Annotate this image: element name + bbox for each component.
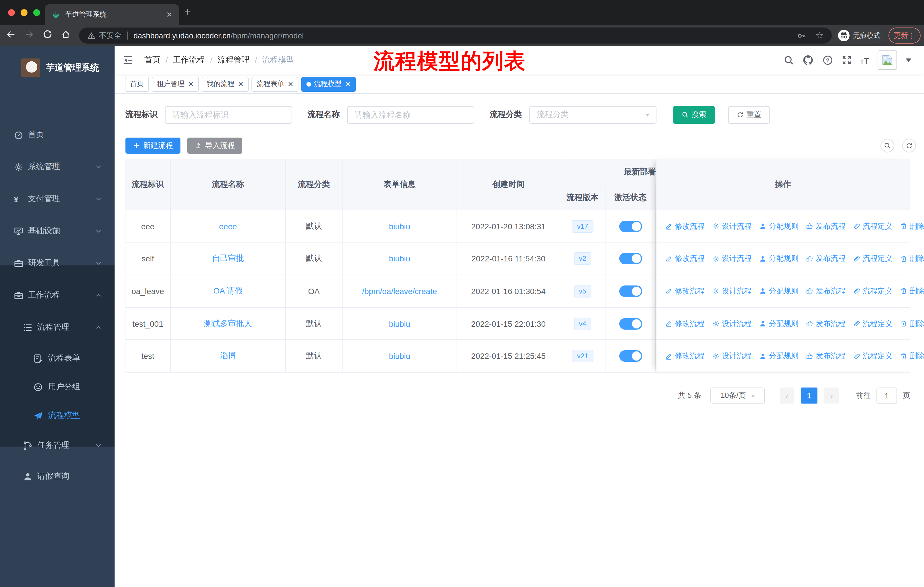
design-process-link[interactable]: 设计流程: [712, 351, 752, 361]
avatar-caret-icon[interactable]: [906, 58, 911, 62]
tag-process-form[interactable]: 流程表单✕: [251, 76, 299, 91]
form-info-link[interactable]: biubiu: [389, 319, 411, 328]
version-badge[interactable]: v5: [574, 285, 591, 298]
form-info-link[interactable]: biubiu: [389, 351, 411, 360]
sidebar-item-system[interactable]: 系统管理: [0, 151, 115, 183]
tag-close-icon[interactable]: ✕: [188, 81, 194, 88]
assign-rule-link[interactable]: 分配规则: [759, 286, 799, 296]
assign-rule-link[interactable]: 分配规则: [759, 254, 799, 264]
form-info-link[interactable]: biubiu: [389, 254, 411, 263]
process-definition-link[interactable]: 流程定义: [853, 254, 893, 264]
search-button[interactable]: 搜索: [673, 106, 715, 124]
process-definition-link[interactable]: 流程定义: [853, 221, 893, 231]
process-id-input[interactable]: [165, 106, 292, 124]
next-page-button[interactable]: ›: [824, 387, 839, 403]
assign-rule-link[interactable]: 分配规则: [759, 351, 799, 361]
publish-process-link[interactable]: 发布流程: [806, 286, 845, 296]
version-badge[interactable]: v17: [572, 220, 594, 233]
active-toggle[interactable]: [619, 253, 642, 265]
modify-process-link[interactable]: 修改流程: [665, 221, 705, 231]
font-size-icon[interactable]: TT: [860, 55, 869, 65]
minimize-window-button[interactable]: [21, 9, 28, 16]
publish-process-link[interactable]: 发布流程: [806, 318, 845, 329]
delete-link[interactable]: 删除: [900, 318, 924, 329]
breadcrumb-workflow[interactable]: 工作流程: [173, 55, 205, 65]
model-name-link[interactable]: 自己审批: [212, 254, 244, 264]
delete-link[interactable]: 删除: [900, 286, 924, 296]
sidebar-item-process-form[interactable]: 流程表单: [0, 344, 115, 373]
delete-link[interactable]: 删除: [900, 254, 924, 264]
sidebar-logo[interactable]: 芋道管理系统: [0, 49, 115, 86]
assign-rule-link[interactable]: 分配规则: [759, 318, 799, 329]
password-key-icon[interactable]: [797, 31, 806, 40]
version-badge[interactable]: v21: [572, 350, 594, 362]
tab-close-icon[interactable]: ✕: [166, 10, 172, 19]
tag-close-icon[interactable]: ✕: [287, 81, 293, 88]
tag-process-model[interactable]: 流程模型✕: [301, 76, 356, 91]
form-info-link[interactable]: biubiu: [389, 222, 411, 231]
active-toggle[interactable]: [619, 286, 642, 297]
process-name-input[interactable]: [347, 106, 474, 124]
model-name-link[interactable]: 滔博: [220, 351, 236, 361]
help-icon[interactable]: ?: [822, 55, 833, 65]
browser-update-button[interactable]: 更新 ⋮: [888, 28, 921, 43]
breadcrumb-home[interactable]: 首页: [144, 55, 160, 65]
modify-process-link[interactable]: 修改流程: [665, 254, 705, 264]
page-size-select[interactable]: 10条/页 ▾: [710, 387, 765, 403]
reset-button[interactable]: 重置: [728, 106, 770, 124]
model-name-link[interactable]: eeee: [219, 222, 237, 231]
publish-process-link[interactable]: 发布流程: [806, 254, 845, 264]
close-window-button[interactable]: [8, 9, 15, 16]
publish-process-link[interactable]: 发布流程: [806, 351, 845, 361]
sidebar-item-user-group[interactable]: 用户分组: [0, 373, 115, 401]
modify-process-link[interactable]: 修改流程: [665, 286, 705, 296]
forward-icon[interactable]: [24, 29, 35, 40]
bookmark-star-icon[interactable]: ☆: [815, 31, 824, 40]
assign-rule-link[interactable]: 分配规则: [759, 221, 799, 231]
design-process-link[interactable]: 设计流程: [712, 286, 752, 296]
process-definition-link[interactable]: 流程定义: [853, 286, 893, 296]
tag-home[interactable]: 首页: [125, 76, 149, 91]
create-process-button[interactable]: 新建流程: [125, 137, 180, 154]
sidebar-item-leave-query[interactable]: 请假查询: [0, 462, 115, 491]
sidebar-item-infrastructure[interactable]: 基础设施: [0, 215, 115, 247]
breadcrumb-process-management[interactable]: 流程管理: [218, 55, 250, 65]
version-badge[interactable]: v4: [574, 317, 591, 330]
publish-process-link[interactable]: 发布流程: [806, 221, 845, 231]
design-process-link[interactable]: 设计流程: [712, 221, 752, 231]
active-toggle[interactable]: [619, 318, 642, 329]
goto-page-input[interactable]: [876, 387, 897, 403]
import-process-button[interactable]: 导入流程: [187, 137, 242, 154]
model-name-link[interactable]: 测试多审批人: [204, 318, 252, 329]
active-toggle[interactable]: [619, 350, 642, 362]
current-page-button[interactable]: 1: [801, 387, 817, 403]
design-process-link[interactable]: 设计流程: [712, 254, 752, 264]
sidebar-item-process-model[interactable]: 流程模型: [0, 401, 115, 430]
category-select[interactable]: 流程分类 ▾: [529, 106, 657, 124]
toggle-search-button[interactable]: [881, 139, 894, 152]
browser-tab[interactable]: 芋道管理系统 ✕: [45, 4, 179, 25]
address-bar[interactable]: 不安全 dashboard.yudao.iocoder.cn/bpm/manag…: [79, 28, 832, 43]
window-controls[interactable]: [8, 9, 40, 16]
reload-icon[interactable]: [42, 29, 53, 40]
sidebar-item-dev-tools[interactable]: 研发工具: [0, 247, 115, 279]
github-icon[interactable]: [802, 55, 814, 66]
refresh-table-button[interactable]: [902, 139, 916, 152]
sidebar-item-payment[interactable]: ¥ 支付管理: [0, 183, 115, 215]
back-icon[interactable]: [6, 29, 16, 40]
sidebar-item-task-management[interactable]: 任务管理: [0, 431, 115, 460]
tag-close-icon[interactable]: ✕: [238, 81, 243, 88]
design-process-link[interactable]: 设计流程: [712, 318, 752, 329]
version-badge[interactable]: v2: [574, 253, 591, 265]
form-info-link[interactable]: /bpm/oa/leave/create: [362, 287, 437, 296]
prev-page-button[interactable]: ‹: [780, 387, 794, 403]
process-definition-link[interactable]: 流程定义: [853, 318, 893, 329]
model-name-link[interactable]: OA 请假: [213, 286, 243, 296]
sidebar-item-process-management[interactable]: 流程管理: [0, 313, 115, 342]
modify-process-link[interactable]: 修改流程: [665, 351, 705, 361]
fullscreen-icon[interactable]: [841, 55, 851, 65]
zoom-window-button[interactable]: [33, 9, 40, 16]
home-icon[interactable]: [61, 29, 71, 40]
search-icon[interactable]: [784, 55, 794, 65]
menu-dots-icon[interactable]: ⋮: [908, 31, 916, 40]
